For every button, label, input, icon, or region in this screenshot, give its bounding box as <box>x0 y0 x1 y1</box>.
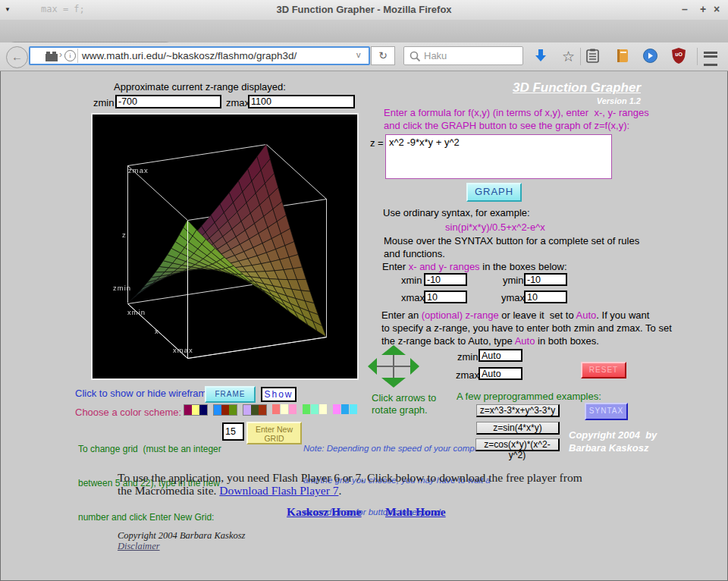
example-button-2[interactable]: z=sin(4*x*y) <box>476 422 560 435</box>
color-scheme-swatches <box>184 404 363 418</box>
reset-button[interactable]: RESET <box>581 362 626 378</box>
formula-input[interactable]: x^2 -9*x*y + y^2 <box>385 134 612 179</box>
rotate-caption-1: Click arrows to <box>372 392 436 404</box>
color-swatch[interactable] <box>272 404 280 414</box>
color-scheme-option[interactable] <box>303 404 328 414</box>
enter-new-grid-button[interactable]: Enter New GRID <box>246 422 302 444</box>
color-swatch[interactable] <box>192 405 199 415</box>
book-addon-icon[interactable] <box>616 49 629 63</box>
footer-copyright: Copyright 2004 Barbara Kaskosz <box>118 530 245 542</box>
zmin-display-input[interactable] <box>115 95 221 108</box>
color-swatch[interactable] <box>311 404 318 414</box>
color-swatch[interactable] <box>259 405 266 415</box>
color-scheme-option[interactable] <box>243 404 267 416</box>
disclaimer-link[interactable]: Disclaimer <box>118 541 160 552</box>
color-swatch[interactable] <box>214 405 221 415</box>
color-scheme-option[interactable] <box>333 404 358 414</box>
color-swatch[interactable] <box>221 405 229 415</box>
tab-strip: 3D Function Grapher × + <box>0 20 728 42</box>
zmin-auto-label: zmin <box>457 351 478 363</box>
urlbar-dropdown-icon[interactable]: v <box>356 50 361 59</box>
search-icon <box>410 51 421 62</box>
syntax-line2: Mouse over the SYNTAX button for a compl… <box>384 235 639 247</box>
example-button-3[interactable]: z=cos(x*y)*(x^2-y^2) <box>475 438 560 451</box>
reload-icon: ↻ <box>378 49 388 61</box>
download-icon[interactable] <box>533 48 548 63</box>
flash-note-line-1: To use the application, you need Flash P… <box>118 471 582 485</box>
zmax-display-input[interactable] <box>248 95 355 108</box>
syntax-line3: and functions. <box>384 248 445 259</box>
syntax-line: Use ordinary syntax, for example: <box>383 207 530 218</box>
flash-note-line-2: the Macromedia site. Download Flash Play… <box>118 484 341 498</box>
example-button-1[interactable]: z=x^3-3*x+y^3-3*y <box>476 404 560 417</box>
rotate-down-arrow[interactable] <box>381 378 406 388</box>
plugin-icon[interactable] <box>46 51 58 61</box>
rotate-left-arrow[interactable] <box>368 358 377 375</box>
minimize-button[interactable]: – <box>682 3 688 15</box>
intro-line-1: Enter a formula for f(x,y) (in terms of … <box>384 107 649 118</box>
graph-3d-canvas[interactable] <box>93 115 357 378</box>
back-button[interactable]: ← <box>6 46 28 68</box>
maximize-button[interactable]: + <box>700 3 706 15</box>
app-copyright-1: Copyright 2004 by <box>569 429 657 441</box>
xmax-input[interactable] <box>424 290 467 303</box>
site-info-icon[interactable]: i <box>64 50 76 61</box>
toolbar-separator <box>697 48 698 65</box>
rotate-right-arrow[interactable] <box>410 358 419 375</box>
rotate-caption-2: rotate graph. <box>372 404 428 416</box>
color-swatch[interactable] <box>251 405 259 415</box>
app-version: Version 1.2 <box>489 96 641 105</box>
close-button[interactable]: × <box>714 3 720 15</box>
zmax-auto-input[interactable] <box>479 367 522 380</box>
reload-button[interactable]: ↻ <box>371 46 395 65</box>
color-swatch[interactable] <box>229 405 237 415</box>
zmin-auto-input[interactable] <box>479 349 522 362</box>
menu-icon[interactable] <box>704 52 717 66</box>
zmin-display-label: zmin <box>93 97 114 108</box>
ymax-input[interactable] <box>524 290 567 303</box>
ymax-label: ymax <box>501 292 525 303</box>
back-arrow-icon: ← <box>11 50 23 63</box>
color-swatch[interactable] <box>184 405 192 415</box>
xmin-input[interactable] <box>424 273 467 286</box>
color-scheme-option[interactable] <box>213 404 237 416</box>
syntax-button[interactable]: SYNTAX <box>585 403 628 420</box>
frame-button[interactable]: FRAME <box>205 386 256 403</box>
rotate-up-arrow[interactable] <box>381 345 406 355</box>
color-swatch[interactable] <box>243 405 251 415</box>
color-swatch[interactable] <box>333 404 340 414</box>
grid-size-input[interactable] <box>222 422 244 441</box>
url-text[interactable]: www.math.uri.edu/~bkaskosz/flashmo/graph… <box>82 50 297 61</box>
search-placeholder: Haku <box>424 50 447 61</box>
browser-window: ▼ max = f; 3D Function Grapher - Mozilla… <box>0 0 728 581</box>
syntax-example: sin(pi*x*y)/0.5+x^2-e^x <box>445 221 545 233</box>
search-bar[interactable] <box>403 46 523 65</box>
intro-line-2: and click the GRAPH button to see the gr… <box>384 120 629 131</box>
xmax-label: xmax <box>401 292 425 303</box>
bookmark-star-icon[interactable]: ☆ <box>562 48 575 65</box>
color-scheme-option[interactable] <box>184 404 208 416</box>
color-swatch[interactable] <box>199 405 207 415</box>
identity-chevron-icon: › <box>59 49 62 60</box>
zrange-heading: Approximate current z-range displayed: <box>114 81 286 93</box>
examples-heading: A few preprogrammed examples: <box>457 391 601 402</box>
zmax-display-label: zmax <box>226 97 249 108</box>
color-swatch[interactable] <box>289 404 297 414</box>
kaskosz-home-link[interactable]: Kaskosz Home <box>287 505 362 519</box>
clipboard-icon[interactable] <box>586 49 599 63</box>
ymin-input[interactable] <box>524 273 567 286</box>
xmin-label: xmin <box>401 275 422 286</box>
color-swatch[interactable] <box>281 404 288 414</box>
color-scheme-option[interactable] <box>272 404 297 414</box>
color-swatch[interactable] <box>350 404 357 414</box>
ublock-shield-icon[interactable]: uO <box>672 48 686 64</box>
graph-button[interactable]: GRAPH <box>466 183 522 202</box>
color-swatch[interactable] <box>303 404 310 414</box>
video-addon-icon[interactable] <box>643 49 657 63</box>
color-swatch[interactable] <box>341 404 349 414</box>
color-swatch[interactable] <box>319 404 327 414</box>
rotate-cross-horizontal <box>375 366 413 367</box>
zrange-help-2: to specify a z-range, you have to enter … <box>381 322 672 334</box>
math-home-link[interactable]: Math Home <box>385 505 446 519</box>
download-flash-link[interactable]: Download Flash Player 7 <box>219 484 338 497</box>
